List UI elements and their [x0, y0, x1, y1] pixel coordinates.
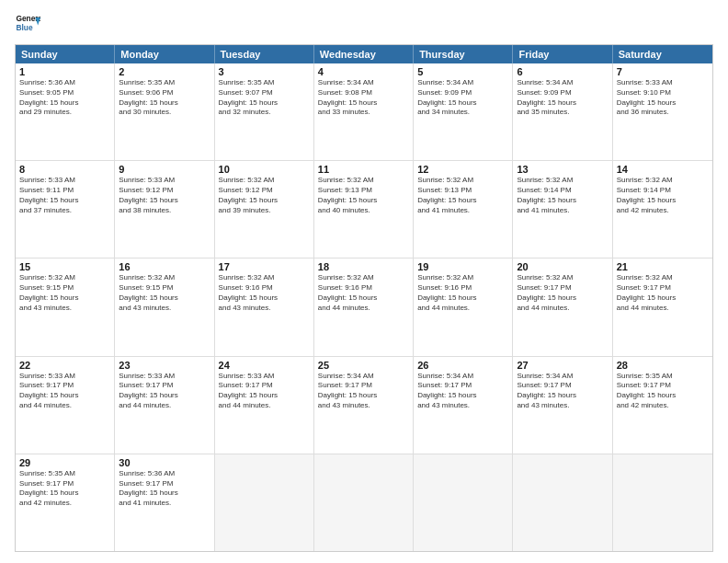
header: General Blue	[15, 11, 713, 37]
day-info: Sunrise: 5:32 AM Sunset: 9:13 PM Dayligh…	[417, 176, 508, 215]
day-info: Sunrise: 5:32 AM Sunset: 9:15 PM Dayligh…	[119, 273, 210, 313]
day-number: 16	[119, 261, 210, 272]
cal-cell-4: 4Sunrise: 5:34 AM Sunset: 9:08 PM Daylig…	[314, 63, 414, 160]
day-number: 24	[219, 360, 310, 371]
day-number: 13	[517, 164, 608, 175]
header-day-thursday: Thursday	[414, 45, 513, 63]
day-number: 20	[517, 261, 608, 272]
cal-cell-27: 27Sunrise: 5:34 AM Sunset: 9:17 PM Dayli…	[513, 357, 612, 454]
cal-cell-24: 24Sunrise: 5:33 AM Sunset: 9:17 PM Dayli…	[215, 357, 314, 454]
cal-cell-23: 23Sunrise: 5:33 AM Sunset: 9:17 PM Dayli…	[115, 357, 214, 454]
calendar-row-3: 22Sunrise: 5:33 AM Sunset: 9:17 PM Dayli…	[16, 357, 712, 454]
day-info: Sunrise: 5:32 AM Sunset: 9:16 PM Dayligh…	[318, 273, 409, 313]
cal-cell-7: 7Sunrise: 5:33 AM Sunset: 9:10 PM Daylig…	[613, 63, 712, 160]
cal-cell-20: 20Sunrise: 5:32 AM Sunset: 9:17 PM Dayli…	[513, 259, 612, 355]
day-number: 10	[219, 164, 310, 175]
calendar-row-2: 15Sunrise: 5:32 AM Sunset: 9:15 PM Dayli…	[16, 259, 712, 356]
day-info: Sunrise: 5:32 AM Sunset: 9:17 PM Dayligh…	[617, 273, 709, 313]
day-info: Sunrise: 5:33 AM Sunset: 9:17 PM Dayligh…	[219, 372, 310, 411]
day-info: Sunrise: 5:34 AM Sunset: 9:17 PM Dayligh…	[417, 372, 508, 411]
cal-cell-22: 22Sunrise: 5:33 AM Sunset: 9:17 PM Dayli…	[16, 357, 115, 454]
cal-cell-14: 14Sunrise: 5:32 AM Sunset: 9:14 PM Dayli…	[613, 161, 712, 258]
cal-cell-10: 10Sunrise: 5:32 AM Sunset: 9:12 PM Dayli…	[215, 161, 314, 258]
cal-cell-2: 2Sunrise: 5:35 AM Sunset: 9:06 PM Daylig…	[115, 63, 214, 160]
day-info: Sunrise: 5:33 AM Sunset: 9:12 PM Dayligh…	[119, 176, 210, 215]
calendar-row-0: 1Sunrise: 5:36 AM Sunset: 9:05 PM Daylig…	[16, 63, 712, 161]
header-day-tuesday: Tuesday	[215, 45, 314, 63]
day-info: Sunrise: 5:34 AM Sunset: 9:09 PM Dayligh…	[517, 78, 608, 118]
day-info: Sunrise: 5:33 AM Sunset: 9:17 PM Dayligh…	[19, 372, 110, 411]
logo: General Blue	[15, 11, 44, 37]
day-number: 11	[318, 164, 409, 175]
header-day-wednesday: Wednesday	[314, 45, 414, 63]
day-info: Sunrise: 5:32 AM Sunset: 9:14 PM Dayligh…	[617, 176, 709, 215]
day-number: 29	[19, 457, 110, 468]
cal-cell-6: 6Sunrise: 5:34 AM Sunset: 9:09 PM Daylig…	[513, 63, 612, 160]
day-info: Sunrise: 5:35 AM Sunset: 9:17 PM Dayligh…	[19, 469, 110, 509]
cal-cell-26: 26Sunrise: 5:34 AM Sunset: 9:17 PM Dayli…	[414, 357, 513, 454]
day-number: 7	[617, 66, 709, 77]
cal-cell-13: 13Sunrise: 5:32 AM Sunset: 9:14 PM Dayli…	[513, 161, 612, 258]
day-number: 17	[219, 261, 310, 272]
cal-cell-empty-4-4	[414, 454, 513, 551]
cal-cell-3: 3Sunrise: 5:35 AM Sunset: 9:07 PM Daylig…	[215, 63, 314, 160]
calendar-header: SundayMondayTuesdayWednesdayThursdayFrid…	[16, 45, 712, 63]
cal-cell-28: 28Sunrise: 5:35 AM Sunset: 9:17 PM Dayli…	[613, 357, 712, 454]
day-info: Sunrise: 5:34 AM Sunset: 9:17 PM Dayligh…	[517, 372, 608, 411]
day-info: Sunrise: 5:32 AM Sunset: 9:13 PM Dayligh…	[318, 176, 409, 215]
day-info: Sunrise: 5:36 AM Sunset: 9:05 PM Dayligh…	[19, 78, 110, 118]
day-number: 2	[119, 66, 210, 77]
day-number: 26	[417, 360, 508, 371]
day-number: 30	[119, 457, 210, 468]
cal-cell-9: 9Sunrise: 5:33 AM Sunset: 9:12 PM Daylig…	[115, 161, 214, 258]
svg-text:Blue: Blue	[16, 23, 32, 32]
header-day-sunday: Sunday	[16, 45, 115, 63]
header-day-monday: Monday	[115, 45, 214, 63]
calendar: SundayMondayTuesdayWednesdayThursdayFrid…	[15, 44, 713, 552]
day-number: 21	[617, 261, 709, 272]
cal-cell-8: 8Sunrise: 5:33 AM Sunset: 9:11 PM Daylig…	[16, 161, 115, 258]
day-number: 14	[617, 164, 709, 175]
day-number: 1	[19, 66, 110, 77]
day-info: Sunrise: 5:32 AM Sunset: 9:17 PM Dayligh…	[517, 273, 608, 313]
day-info: Sunrise: 5:35 AM Sunset: 9:07 PM Dayligh…	[219, 78, 310, 118]
day-info: Sunrise: 5:35 AM Sunset: 9:17 PM Dayligh…	[617, 372, 709, 411]
day-number: 5	[417, 66, 508, 77]
day-info: Sunrise: 5:32 AM Sunset: 9:15 PM Dayligh…	[19, 273, 110, 313]
cal-cell-empty-4-5	[513, 454, 612, 551]
cal-cell-17: 17Sunrise: 5:32 AM Sunset: 9:16 PM Dayli…	[215, 259, 314, 355]
cal-cell-25: 25Sunrise: 5:34 AM Sunset: 9:17 PM Dayli…	[314, 357, 414, 454]
day-info: Sunrise: 5:32 AM Sunset: 9:16 PM Dayligh…	[219, 273, 310, 313]
cal-cell-12: 12Sunrise: 5:32 AM Sunset: 9:13 PM Dayli…	[414, 161, 513, 258]
day-info: Sunrise: 5:32 AM Sunset: 9:16 PM Dayligh…	[417, 273, 508, 313]
cal-cell-30: 30Sunrise: 5:36 AM Sunset: 9:17 PM Dayli…	[115, 454, 214, 551]
day-number: 15	[19, 261, 110, 272]
day-number: 8	[19, 164, 110, 175]
cal-cell-11: 11Sunrise: 5:32 AM Sunset: 9:13 PM Dayli…	[314, 161, 414, 258]
day-number: 12	[417, 164, 508, 175]
day-number: 9	[119, 164, 210, 175]
header-day-friday: Friday	[513, 45, 612, 63]
page: General Blue SundayMondayTuesdayWednesda…	[0, 0, 728, 563]
day-info: Sunrise: 5:33 AM Sunset: 9:17 PM Dayligh…	[119, 372, 210, 411]
cal-cell-18: 18Sunrise: 5:32 AM Sunset: 9:16 PM Dayli…	[314, 259, 414, 355]
day-number: 27	[517, 360, 608, 371]
cal-cell-15: 15Sunrise: 5:32 AM Sunset: 9:15 PM Dayli…	[16, 259, 115, 355]
calendar-body: 1Sunrise: 5:36 AM Sunset: 9:05 PM Daylig…	[16, 63, 712, 551]
cal-cell-empty-4-3	[314, 454, 414, 551]
day-info: Sunrise: 5:34 AM Sunset: 9:17 PM Dayligh…	[318, 372, 409, 411]
day-number: 23	[119, 360, 210, 371]
day-info: Sunrise: 5:33 AM Sunset: 9:10 PM Dayligh…	[617, 78, 709, 118]
day-number: 28	[617, 360, 709, 371]
cal-cell-29: 29Sunrise: 5:35 AM Sunset: 9:17 PM Dayli…	[16, 454, 115, 551]
day-number: 4	[318, 66, 409, 77]
day-number: 6	[517, 66, 608, 77]
day-number: 25	[318, 360, 409, 371]
cal-cell-16: 16Sunrise: 5:32 AM Sunset: 9:15 PM Dayli…	[115, 259, 214, 355]
cal-cell-empty-4-6	[613, 454, 712, 551]
calendar-row-4: 29Sunrise: 5:35 AM Sunset: 9:17 PM Dayli…	[16, 454, 712, 551]
cal-cell-1: 1Sunrise: 5:36 AM Sunset: 9:05 PM Daylig…	[16, 63, 115, 160]
day-number: 3	[219, 66, 310, 77]
day-number: 22	[19, 360, 110, 371]
cal-cell-5: 5Sunrise: 5:34 AM Sunset: 9:09 PM Daylig…	[414, 63, 513, 160]
